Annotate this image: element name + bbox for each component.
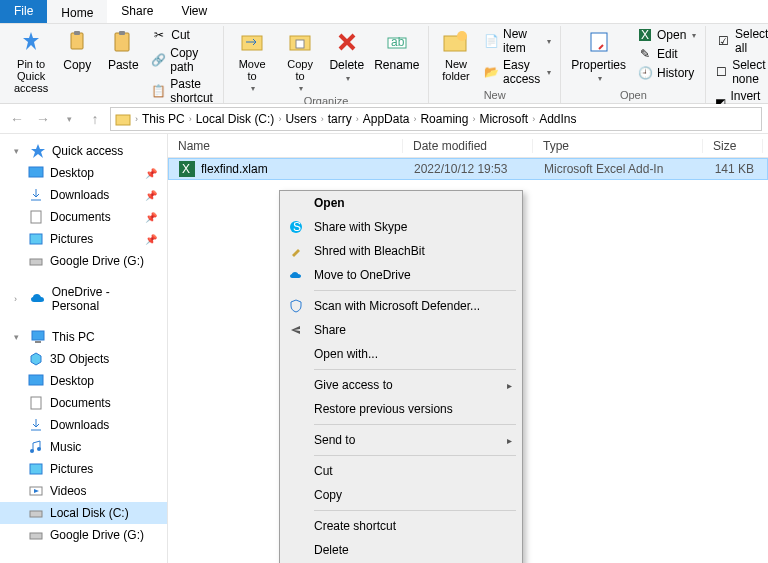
sidebar-quick-access[interactable]: ▾Quick access (0, 140, 167, 162)
sidebar-this-pc[interactable]: ▾This PC (0, 326, 167, 348)
paste-shortcut-button[interactable]: 📋Paste shortcut (148, 76, 217, 106)
sidebar-desktop2[interactable]: Desktop (0, 370, 167, 392)
sidebar-onedrive[interactable]: ›OneDrive - Personal (0, 282, 167, 316)
ctx-defender[interactable]: Scan with Microsoft Defender... (280, 294, 522, 318)
tab-file[interactable]: File (0, 0, 47, 23)
column-type[interactable]: Type (533, 139, 703, 153)
sidebar-documents[interactable]: Documents📌 (0, 206, 167, 228)
sidebar-pictures[interactable]: Pictures📌 (0, 228, 167, 250)
crumb-users[interactable]: Users (281, 112, 320, 126)
skype-icon: S (288, 219, 304, 235)
file-size: 141 KB (704, 162, 764, 176)
sidebar: ▾Quick access Desktop📌 Downloads📌 Docume… (0, 134, 168, 563)
back-button[interactable]: ← (6, 108, 28, 130)
column-headers: Name Date modified Type Size (168, 134, 768, 158)
ctx-onedrive[interactable]: Move to OneDrive (280, 263, 522, 287)
crumb-roaming[interactable]: Roaming (416, 112, 472, 126)
tab-view[interactable]: View (167, 0, 221, 23)
svg-rect-3 (119, 31, 125, 35)
sidebar-videos[interactable]: Videos (0, 480, 167, 502)
ctx-separator (314, 455, 516, 456)
paste-button[interactable]: Paste (102, 26, 144, 74)
sidebar-desktop[interactable]: Desktop📌 (0, 162, 167, 184)
ctx-give-access[interactable]: Give access to (280, 373, 522, 397)
ribbon: Pin to Quick access Copy Paste ✂Cut 🔗Cop… (0, 24, 768, 104)
sidebar-3d-objects[interactable]: 3D Objects (0, 348, 167, 370)
new-folder-button[interactable]: New folder (435, 26, 477, 84)
crumb-tarry[interactable]: tarry (324, 112, 356, 126)
crumb-appdata[interactable]: AppData (359, 112, 414, 126)
svg-rect-14 (116, 115, 130, 125)
ctx-delete[interactable]: Delete (280, 538, 522, 562)
ctx-open[interactable]: Open (280, 191, 522, 215)
copy-to-button[interactable]: Copy to (278, 26, 321, 95)
new-folder-icon (442, 28, 470, 56)
sidebar-music[interactable]: Music (0, 436, 167, 458)
ctx-skype[interactable]: SShare with Skype (280, 215, 522, 239)
ctx-bleachbit[interactable]: Shred with BleachBit (280, 239, 522, 263)
ctx-open-with[interactable]: Open with... (280, 342, 522, 366)
ctx-send-to[interactable]: Send to (280, 428, 522, 452)
ctx-copy[interactable]: Copy (280, 483, 522, 507)
svg-rect-16 (31, 211, 41, 223)
ctx-create-shortcut[interactable]: Create shortcut (280, 514, 522, 538)
cut-button[interactable]: ✂Cut (148, 26, 217, 44)
share-icon (288, 322, 304, 338)
column-date[interactable]: Date modified (403, 139, 533, 153)
properties-button[interactable]: Properties (567, 26, 630, 85)
svg-rect-19 (32, 331, 44, 340)
select-all-button[interactable]: ☑Select all (712, 26, 768, 56)
ctx-share[interactable]: Share (280, 318, 522, 342)
easy-access-button[interactable]: 📂Easy access (481, 57, 554, 87)
recent-button[interactable]: ▾ (58, 108, 80, 130)
delete-button[interactable]: Delete (326, 26, 368, 85)
sidebar-local-disk[interactable]: Local Disk (C:) (0, 502, 167, 524)
crumb-addins[interactable]: AddIns (535, 112, 580, 126)
edit-button[interactable]: ✎Edit (634, 45, 699, 63)
pin-to-quick-access-button[interactable]: Pin to Quick access (10, 26, 52, 96)
move-to-button[interactable]: Move to (230, 26, 274, 95)
file-type: Microsoft Excel Add-In (534, 162, 704, 176)
sidebar-downloads[interactable]: Downloads📌 (0, 184, 167, 206)
copy-path-button[interactable]: 🔗Copy path (148, 45, 217, 75)
ctx-restore[interactable]: Restore previous versions (280, 397, 522, 421)
context-menu: Open SShare with Skype Shred with Bleach… (279, 190, 523, 563)
column-name[interactable]: Name (168, 139, 403, 153)
up-button[interactable]: ↑ (84, 108, 106, 130)
ribbon-group-open: Properties XOpen ✎Edit 🕘History Open (561, 26, 706, 103)
crumb-microsoft[interactable]: Microsoft (475, 112, 532, 126)
select-none-button[interactable]: ☐Select none (712, 57, 768, 87)
sidebar-documents2[interactable]: Documents (0, 392, 167, 414)
history-button[interactable]: 🕘History (634, 64, 699, 82)
svg-rect-22 (31, 397, 41, 409)
svg-rect-28 (30, 533, 42, 539)
svg-rect-17 (30, 234, 42, 244)
new-item-button[interactable]: 📄New item (481, 26, 554, 56)
copy-to-icon (286, 28, 314, 56)
sidebar-google-drive2[interactable]: Google Drive (G:) (0, 524, 167, 546)
copy-button[interactable]: Copy (56, 26, 98, 74)
ctx-cut[interactable]: Cut (280, 459, 522, 483)
crumb-this-pc[interactable]: This PC (138, 112, 189, 126)
sidebar-pictures2[interactable]: Pictures (0, 458, 167, 480)
properties-icon (585, 28, 613, 56)
rename-button[interactable]: abRename (372, 26, 422, 74)
crumb-local-disk[interactable]: Local Disk (C:) (192, 112, 279, 126)
music-icon (28, 439, 44, 455)
file-row[interactable]: Xflexfind.xlam 2022/10/12 19:53 Microsof… (168, 158, 768, 180)
easy-access-icon: 📂 (484, 64, 499, 80)
videos-icon (28, 483, 44, 499)
column-size[interactable]: Size (703, 139, 763, 153)
sidebar-google-drive[interactable]: Google Drive (G:) (0, 250, 167, 272)
ribbon-group-new: New folder 📄New item 📂Easy access New (429, 26, 561, 103)
delete-icon (333, 28, 361, 56)
sidebar-downloads2[interactable]: Downloads (0, 414, 167, 436)
breadcrumb[interactable]: › This PC› Local Disk (C:)› Users› tarry… (110, 107, 762, 131)
forward-button[interactable]: → (32, 108, 54, 130)
tab-home[interactable]: Home (47, 0, 107, 23)
drive-icon (28, 527, 44, 543)
file-date: 2022/10/12 19:53 (404, 162, 534, 176)
tab-share[interactable]: Share (107, 0, 167, 23)
open-button[interactable]: XOpen (634, 26, 699, 44)
svg-rect-18 (30, 259, 42, 265)
